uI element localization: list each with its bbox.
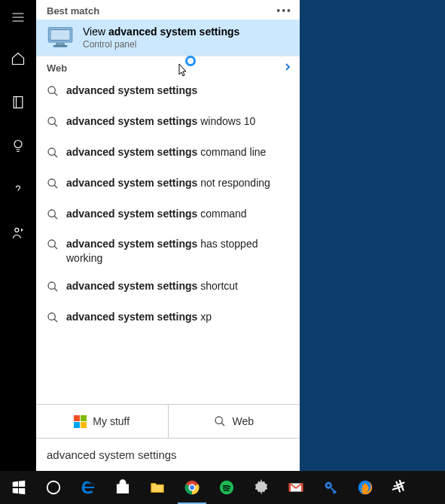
taskbar-gmail[interactable]: [279, 471, 313, 504]
search-icon: [47, 237, 59, 254]
best-match-label: Best match: [47, 5, 99, 17]
best-match-text: View advanced system settings Control pa…: [83, 26, 239, 50]
svg-point-13: [48, 282, 55, 289]
scope-tabs: My stuff Web: [36, 404, 300, 438]
web-section-header[interactable]: Web: [36, 56, 300, 77]
svg-rect-19: [120, 490, 122, 492]
suggestion-row[interactable]: advanced system settings not responding: [36, 169, 300, 200]
search-icon: [214, 414, 226, 430]
taskbar-spotify[interactable]: [209, 471, 244, 504]
svg-point-7: [48, 87, 55, 93]
svg-point-15: [215, 417, 222, 424]
suggestion-row[interactable]: advanced system settings xp: [36, 303, 300, 334]
tab-web[interactable]: Web: [168, 405, 300, 438]
best-match-result[interactable]: View advanced system settings Control pa…: [36, 20, 300, 56]
search-icon: [47, 207, 59, 224]
search-icon: [47, 114, 59, 132]
help-icon[interactable]: [0, 175, 36, 205]
more-icon[interactable]: •••: [276, 5, 292, 17]
taskbar-slack[interactable]: [383, 471, 417, 504]
taskbar-chrome[interactable]: [175, 471, 209, 504]
svg-rect-6: [53, 45, 67, 47]
taskbar-start[interactable]: [2, 471, 36, 504]
suggestion-row[interactable]: advanced system settings command line: [36, 138, 300, 169]
taskbar-edge[interactable]: [71, 471, 105, 504]
taskbar-firefox[interactable]: [348, 471, 383, 504]
taskbar-file-explorer[interactable]: [140, 471, 175, 504]
home-icon[interactable]: [0, 44, 36, 74]
svg-point-10: [48, 179, 55, 186]
svg-rect-4: [50, 29, 70, 40]
tab-mystuff[interactable]: My stuff: [36, 405, 168, 438]
search-icon: [47, 176, 59, 193]
svg-rect-17: [120, 487, 122, 489]
feedback-icon[interactable]: [0, 218, 36, 248]
monitor-icon: [47, 26, 74, 50]
suggestion-row[interactable]: advanced system settings: [36, 77, 300, 108]
cortana-rail: [0, 0, 36, 471]
search-input[interactable]: [47, 448, 289, 461]
svg-point-23: [190, 485, 194, 490]
taskbar-store[interactable]: [105, 471, 140, 504]
svg-point-2: [15, 228, 19, 232]
svg-rect-20: [123, 490, 126, 492]
search-icon: [47, 83, 59, 101]
hamburger-icon[interactable]: [0, 5, 36, 30]
svg-point-9: [48, 148, 55, 155]
search-icon: [47, 279, 59, 296]
suggestion-row[interactable]: advanced system settings shortcut: [36, 272, 300, 303]
taskbar-settings[interactable]: [244, 471, 279, 504]
notebook-icon[interactable]: [0, 87, 36, 117]
svg-point-8: [48, 117, 55, 124]
bulb-icon[interactable]: [0, 131, 36, 161]
web-label: Web: [47, 62, 67, 74]
svg-point-16: [47, 481, 60, 494]
search-icon: [47, 310, 59, 327]
web-suggestions: advanced system settingsadvanced system …: [36, 77, 300, 404]
chevron-right-icon: [283, 62, 292, 74]
search-icon: [47, 145, 59, 162]
best-match-header: Best match •••: [36, 0, 300, 20]
svg-rect-18: [123, 487, 126, 489]
svg-point-12: [48, 240, 55, 247]
suggestion-row[interactable]: advanced system settings command: [36, 200, 300, 231]
svg-point-14: [48, 313, 55, 320]
suggestion-row[interactable]: advanced system settings windows 10: [36, 108, 300, 138]
taskbar-keepass[interactable]: [313, 471, 348, 504]
windows-logo-icon: [74, 415, 87, 428]
svg-rect-0: [14, 97, 23, 108]
svg-point-1: [14, 141, 22, 148]
taskbar-cortana[interactable]: [36, 471, 71, 504]
suggestion-row[interactable]: advanced system settings has stopped wor…: [36, 230, 300, 272]
svg-point-28: [327, 484, 330, 487]
svg-point-11: [48, 210, 55, 217]
search-panel: Best match ••• View advanced system sett…: [36, 0, 300, 471]
search-box[interactable]: [36, 438, 300, 471]
taskbar: [0, 471, 445, 504]
